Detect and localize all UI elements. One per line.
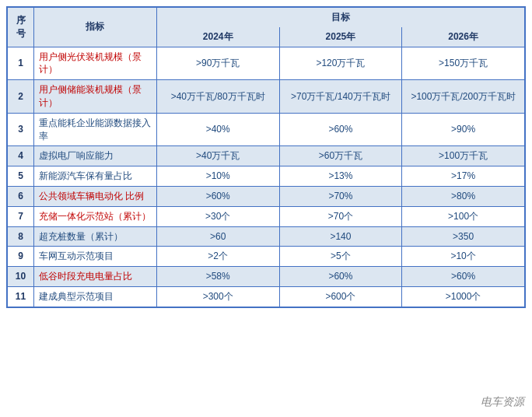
cell-indicator: 重点能耗企业能源数据接入率 <box>34 113 157 146</box>
cell-2025: >5个 <box>279 247 402 267</box>
table-row: 8超充桩数量（累计）>60>140>350 <box>8 226 525 247</box>
cell-indicator: 建成典型示范项目 <box>34 286 157 307</box>
cell-2026: >100万千瓦 <box>402 146 525 166</box>
cell-2024: >60 <box>156 226 279 247</box>
cell-seq: 2 <box>8 80 34 114</box>
main-table-wrapper: 序号 指标 目标 2024年 2025年 2026年 1用户侧光伏装机规模（景计… <box>6 6 526 308</box>
cell-indicator: 新能源汽车保有量占比 <box>34 166 157 187</box>
table-row: 9车网互动示范项目>2个>5个>10个 <box>8 247 525 267</box>
cell-2026: >60% <box>402 267 525 287</box>
cell-indicator: 车网互动示范项目 <box>34 247 157 267</box>
table-row: 5新能源汽车保有量占比>10%>13%>17% <box>8 166 525 187</box>
cell-seq: 9 <box>8 247 34 267</box>
table-row: 4虚拟电厂响应能力>40万千瓦>60万千瓦>100万千瓦 <box>8 146 525 166</box>
cell-2026: >100个 <box>402 206 525 226</box>
cell-2024: >40万千瓦/80万千瓦时 <box>156 80 279 114</box>
cell-2024: >40万千瓦 <box>156 146 279 166</box>
cell-2025: >120万千瓦 <box>279 47 402 80</box>
cell-indicator: 虚拟电厂响应能力 <box>34 146 157 166</box>
data-table: 序号 指标 目标 2024年 2025年 2026年 1用户侧光伏装机规模（景计… <box>7 7 525 307</box>
cell-seq: 11 <box>8 286 34 307</box>
cell-indicator: 公共领域车辆电动化 比例 <box>34 186 157 206</box>
cell-seq: 1 <box>8 47 34 80</box>
cell-seq: 8 <box>8 226 34 247</box>
cell-2024: >58% <box>156 267 279 287</box>
table-body: 1用户侧光伏装机规模（景计）>90万千瓦>120万千瓦>150万千瓦2用户侧储能… <box>8 47 525 307</box>
cell-2025: >60万千瓦 <box>279 146 402 166</box>
cell-2024: >40% <box>156 113 279 146</box>
table-row: 2用户侧储能装机规模（景计）>40万千瓦/80万千瓦时>70万千瓦/140万千瓦… <box>8 80 525 114</box>
header-indicator: 指标 <box>34 8 157 47</box>
table-row: 6公共领域车辆电动化 比例>60%>70%>80% <box>8 186 525 206</box>
cell-indicator: 低谷时段充电电量占比 <box>34 267 157 287</box>
cell-2026: >17% <box>402 166 525 187</box>
cell-2026: >350 <box>402 226 525 247</box>
cell-seq: 5 <box>8 166 34 187</box>
cell-2024: >10% <box>156 166 279 187</box>
cell-seq: 10 <box>8 267 34 287</box>
cell-2026: >80% <box>402 186 525 206</box>
cell-seq: 7 <box>8 206 34 226</box>
table-row: 10低谷时段充电电量占比>58%>60%>60% <box>8 267 525 287</box>
cell-2025: >140 <box>279 226 402 247</box>
cell-2025: >600个 <box>279 286 402 307</box>
cell-2025: >13% <box>279 166 402 187</box>
header-year-2026: 2026年 <box>402 27 525 47</box>
table-row: 3重点能耗企业能源数据接入率>40%>60%>90% <box>8 113 525 146</box>
cell-seq: 6 <box>8 186 34 206</box>
cell-2025: >60% <box>279 267 402 287</box>
table-row: 1用户侧光伏装机规模（景计）>90万千瓦>120万千瓦>150万千瓦 <box>8 47 525 80</box>
cell-2025: >60% <box>279 113 402 146</box>
header-year-2025: 2025年 <box>279 27 402 47</box>
cell-indicator: 用户侧储能装机规模（景计） <box>34 80 157 114</box>
table-row: 7充储一体化示范站（累计）>30个>70个>100个 <box>8 206 525 226</box>
cell-2025: >70万千瓦/140万千瓦时 <box>279 80 402 114</box>
cell-2024: >300个 <box>156 286 279 307</box>
cell-2026: >150万千瓦 <box>402 47 525 80</box>
cell-2025: >70% <box>279 186 402 206</box>
cell-indicator: 充储一体化示范站（累计） <box>34 206 157 226</box>
cell-2026: >90% <box>402 113 525 146</box>
header-row-1: 序号 指标 目标 <box>8 8 525 27</box>
header-year-2024: 2024年 <box>156 27 279 47</box>
cell-2024: >2个 <box>156 247 279 267</box>
cell-seq: 3 <box>8 113 34 146</box>
cell-2025: >70个 <box>279 206 402 226</box>
cell-2026: >1000个 <box>402 286 525 307</box>
cell-2024: >60% <box>156 186 279 206</box>
table-row: 11建成典型示范项目>300个>600个>1000个 <box>8 286 525 307</box>
cell-2024: >30个 <box>156 206 279 226</box>
cell-2024: >90万千瓦 <box>156 47 279 80</box>
cell-2026: >100万千瓦/200万千瓦时 <box>402 80 525 114</box>
cell-seq: 4 <box>8 146 34 166</box>
header-target: 目标 <box>156 8 524 27</box>
cell-indicator: 超充桩数量（累计） <box>34 226 157 247</box>
cell-indicator: 用户侧光伏装机规模（景计） <box>34 47 157 80</box>
header-seq: 序号 <box>8 8 34 47</box>
cell-2026: >10个 <box>402 247 525 267</box>
